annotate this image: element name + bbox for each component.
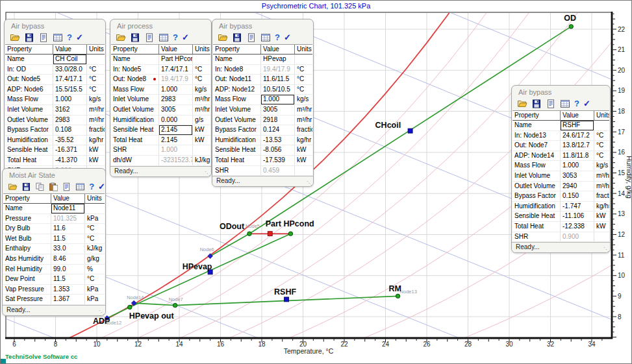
- table-row[interactable]: Sensible Heat-16.371kW: [5, 145, 105, 156]
- panel-air-bypass-hpevap[interactable]: Air bypass?✓PropertyValueUnitsNameHPevap…: [212, 19, 314, 187]
- table-row[interactable]: Mass Flow1.000kg/s: [111, 85, 210, 95]
- table-row[interactable]: Outlet Volume3005m³/hr: [111, 105, 210, 115]
- table-row[interactable]: NameRSHF: [512, 121, 609, 131]
- panel-air-bypass-rshf[interactable]: Air bypass?✓PropertyValueUnitsNameRSHFIn…: [511, 85, 611, 253]
- table-row[interactable]: Humidification-1.747kg/hr: [512, 202, 609, 212]
- table-row[interactable]: Inlet Volume3162m³/hr: [5, 105, 105, 115]
- open-folder-icon[interactable]: [10, 33, 20, 42]
- table-row[interactable]: ADP: Node1210.5/10.5°C: [213, 85, 312, 95]
- help-icon[interactable]: ?: [574, 99, 579, 108]
- copy-icon[interactable]: [35, 182, 45, 191]
- resize-grip-icon[interactable]: ⋱: [603, 247, 609, 252]
- resize-grip-icon[interactable]: ⋱: [307, 180, 312, 186]
- table-row[interactable]: In: Node1324.6/17.2°C: [512, 131, 609, 141]
- table-row[interactable]: Sat Pressure1.367kPa: [3, 295, 105, 305]
- table-icon[interactable]: [260, 33, 271, 42]
- apply-check-icon[interactable]: ✓: [98, 182, 105, 191]
- open-folder-icon[interactable]: [517, 99, 527, 108]
- table-row[interactable]: In: Node819.4/17.9°C: [213, 65, 312, 75]
- table-row[interactable]: Humidification0.000g/s: [111, 115, 210, 126]
- table-row[interactable]: ADP: Node1411.8/11.8°C: [512, 151, 609, 162]
- table-row[interactable]: Out: Node819.4/17.9°C: [111, 75, 210, 85]
- paste-icon[interactable]: [49, 182, 58, 191]
- table-row[interactable]: Bypass Factor0.150fraction: [512, 191, 609, 202]
- apply-check-icon[interactable]: ✓: [182, 33, 189, 42]
- save-icon[interactable]: [24, 33, 34, 42]
- report-icon[interactable]: [38, 33, 49, 42]
- table-row[interactable]: Rel Humidity99.0%: [3, 265, 105, 275]
- table-row[interactable]: Out: Node1111.6/11.5°C: [213, 75, 312, 85]
- table-row[interactable]: NameCH Coil: [5, 55, 105, 65]
- table-row[interactable]: In: Node517.4/17.1°C: [111, 65, 210, 75]
- table-row[interactable]: SHR1.000: [111, 145, 210, 156]
- table-row[interactable]: Dry Bulb11.6°C: [3, 224, 105, 234]
- table-row[interactable]: Total Heat2.145kW: [111, 136, 210, 146]
- table-row[interactable]: Wet Bulb11.5°C: [3, 234, 105, 245]
- table-row[interactable]: Outlet Volume2983m³/hr: [5, 115, 105, 126]
- table-row[interactable]: Humidification-13.53kg/hr: [213, 136, 312, 146]
- table-row[interactable]: NamePart HPcond: [111, 55, 210, 65]
- table-row[interactable]: Out: Node713.8/12.7°C: [512, 141, 609, 151]
- table-icon[interactable]: [560, 99, 570, 108]
- table-row[interactable]: Outlet Volume2918m³/hr: [213, 115, 312, 126]
- apply-check-icon[interactable]: ✓: [76, 33, 83, 42]
- resize-grip-icon[interactable]: ⋱: [99, 309, 104, 315]
- panel-air-process-part-hpcond[interactable]: Air process?✓PropertyValueUnitsNamePart …: [110, 19, 212, 177]
- table-row[interactable]: In: OD33.0/28.0°C: [5, 65, 105, 75]
- table-row[interactable]: Inlet Volume3053m³/hr: [512, 171, 609, 182]
- save-icon[interactable]: [232, 33, 242, 42]
- panel-air-bypass-chcoil[interactable]: Air bypass?✓PropertyValueUnitsNameCH Coi…: [4, 19, 106, 176]
- table-row[interactable]: Humidification-35.52kg/hr: [5, 136, 105, 146]
- help-icon[interactable]: ?: [275, 33, 280, 42]
- table-row[interactable]: Total Heat-17.539kW: [213, 156, 312, 166]
- open-folder-icon[interactable]: [8, 182, 18, 191]
- table-row[interactable]: NameHPevap: [213, 55, 312, 65]
- table-row[interactable]: Out: Node517.4/17.1°C: [5, 75, 105, 85]
- table-row[interactable]: Inlet Volume3005m³/hr: [213, 105, 312, 115]
- report-icon[interactable]: [246, 33, 257, 42]
- report-icon[interactable]: [144, 33, 155, 42]
- table-row[interactable]: Pressure101.325kPa: [3, 214, 105, 224]
- apply-check-icon[interactable]: ✓: [583, 99, 590, 108]
- help-icon[interactable]: ?: [173, 33, 178, 42]
- svg-text:10: 10: [618, 272, 626, 279]
- table-icon[interactable]: [75, 182, 85, 191]
- table-row[interactable]: Mass Flow1.000kg/s: [213, 95, 312, 105]
- panel-moist-air-state[interactable]: Moist Air State?✓PropertyValueUnitsNameN…: [2, 168, 106, 316]
- svg-text:15: 15: [618, 169, 626, 176]
- table-row[interactable]: Bypass Factor0.108fraction: [5, 125, 105, 136]
- table-row[interactable]: Mass Flow1.000kg/s: [5, 95, 105, 105]
- resize-grip-icon[interactable]: ⋱: [205, 171, 210, 176]
- table-row[interactable]: Enthalpy33.0kJ/kg: [3, 244, 105, 254]
- table-icon[interactable]: [158, 33, 169, 42]
- save-icon[interactable]: [21, 182, 31, 191]
- table-row[interactable]: Mass Flow1.000kg/s: [512, 161, 609, 171]
- report-icon[interactable]: [546, 99, 556, 108]
- table-row[interactable]: NameNode11: [3, 204, 105, 214]
- table-row[interactable]: Total Heat-41.370kW: [5, 156, 105, 166]
- open-folder-icon[interactable]: [218, 33, 228, 42]
- table-row[interactable]: dh/dW-3231523.7kJ/kg: [111, 156, 210, 166]
- table-row[interactable]: Vap Pressure1.353kPa: [3, 285, 105, 295]
- table-row[interactable]: Total Heat-12.338kW: [512, 222, 609, 232]
- report-icon[interactable]: [62, 182, 71, 191]
- table-row[interactable]: Sensible Heat-11.106kW: [512, 212, 609, 222]
- save-icon[interactable]: [130, 33, 140, 42]
- table-row[interactable]: Sensible Heat2.145kW: [111, 125, 210, 136]
- table-row[interactable]: Dew Point11.5°C: [3, 274, 105, 285]
- save-icon[interactable]: [531, 99, 542, 108]
- panel-toolbar: ?✓: [110, 31, 211, 44]
- table-row[interactable]: Abs Humidity8.46g/kg: [3, 254, 105, 265]
- table-row[interactable]: Bypass Factor0.124fraction: [213, 125, 312, 136]
- table-row[interactable]: ADP: Node615.5/15.5°C: [5, 85, 105, 95]
- table-row[interactable]: Inlet Volume2983m³/hr: [111, 95, 210, 105]
- open-folder-icon[interactable]: [116, 33, 126, 42]
- table-row[interactable]: Sensible Heat-8.056kW: [213, 145, 312, 156]
- table-row[interactable]: SHR0.459: [213, 166, 312, 176]
- table-icon[interactable]: [53, 33, 63, 42]
- table-row[interactable]: Outlet Volume2940m³/hr: [512, 182, 609, 192]
- help-icon[interactable]: ?: [67, 33, 72, 42]
- table-row[interactable]: SHR0.900: [512, 232, 609, 243]
- apply-check-icon[interactable]: ✓: [284, 33, 291, 42]
- help-icon[interactable]: ?: [89, 182, 94, 191]
